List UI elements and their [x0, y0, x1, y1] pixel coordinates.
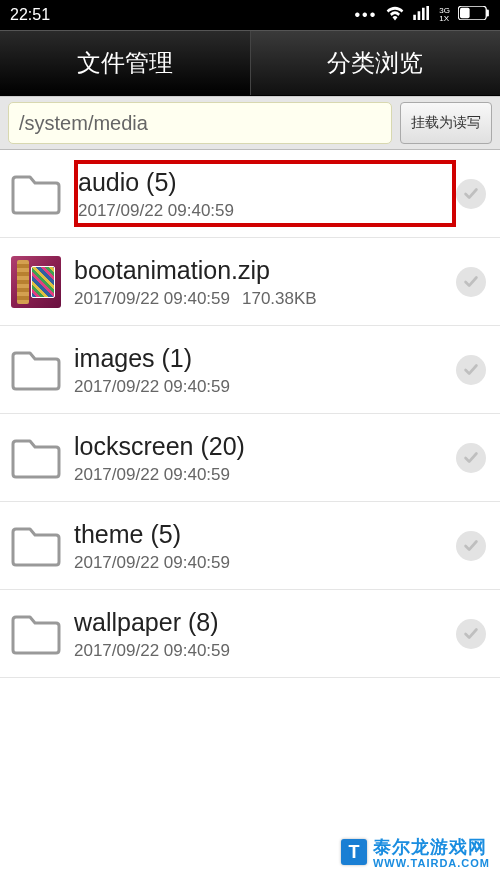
folder-icon — [8, 518, 64, 574]
tab-bar: 文件管理 分类浏览 — [0, 30, 500, 96]
wifi-icon — [385, 5, 405, 25]
file-meta: 2017/09/22 09:40:59170.38KB — [74, 289, 456, 309]
tab-file-manager-label: 文件管理 — [77, 47, 173, 79]
network-label: 3G 1X — [439, 7, 450, 23]
folder-icon — [8, 166, 64, 222]
select-checkbox[interactable] — [456, 179, 486, 209]
file-body: theme (5)2017/09/22 09:40:59 — [74, 516, 456, 575]
file-body: bootanimation.zip2017/09/22 09:40:59170.… — [74, 252, 456, 311]
file-body: wallpaper (8)2017/09/22 09:40:59 — [74, 604, 456, 663]
file-row[interactable]: wallpaper (8)2017/09/22 09:40:59 — [0, 590, 500, 678]
file-name: audio (5) — [78, 166, 452, 199]
file-date: 2017/09/22 09:40:59 — [78, 201, 234, 220]
file-date: 2017/09/22 09:40:59 — [74, 377, 230, 396]
signal-icon — [413, 6, 431, 24]
file-body: images (1)2017/09/22 09:40:59 — [74, 340, 456, 399]
tab-category-browse[interactable]: 分类浏览 — [250, 31, 501, 95]
status-bar: 22:51 ••• 3G 1X — [0, 0, 500, 30]
file-body: audio (5)2017/09/22 09:40:59 — [74, 160, 456, 227]
file-meta: 2017/09/22 09:40:59 — [74, 377, 456, 397]
file-date: 2017/09/22 09:40:59 — [74, 641, 230, 660]
file-row[interactable]: lockscreen (20)2017/09/22 09:40:59 — [0, 414, 500, 502]
file-date: 2017/09/22 09:40:59 — [74, 465, 230, 484]
file-name: images (1) — [74, 342, 456, 375]
file-row[interactable]: bootanimation.zip2017/09/22 09:40:59170.… — [0, 238, 500, 326]
file-body: lockscreen (20)2017/09/22 09:40:59 — [74, 428, 456, 487]
path-input[interactable] — [8, 102, 392, 144]
select-checkbox[interactable] — [456, 531, 486, 561]
battery-icon — [458, 6, 490, 24]
svg-rect-1 — [486, 10, 489, 17]
status-icons: ••• 3G 1X — [355, 5, 490, 25]
file-meta: 2017/09/22 09:40:59 — [74, 553, 456, 573]
file-meta: 2017/09/22 09:40:59 — [74, 641, 456, 661]
file-date: 2017/09/22 09:40:59 — [74, 553, 230, 572]
tab-file-manager[interactable]: 文件管理 — [0, 31, 250, 95]
file-name: lockscreen (20) — [74, 430, 456, 463]
file-row[interactable]: images (1)2017/09/22 09:40:59 — [0, 326, 500, 414]
file-name: bootanimation.zip — [74, 254, 456, 287]
file-row[interactable]: theme (5)2017/09/22 09:40:59 — [0, 502, 500, 590]
folder-icon — [8, 342, 64, 398]
file-list[interactable]: audio (5)2017/09/22 09:40:59bootanimatio… — [0, 150, 500, 889]
file-meta: 2017/09/22 09:40:59 — [78, 201, 452, 221]
screen: 22:51 ••• 3G 1X 文件管理 分类浏览 — [0, 0, 500, 889]
select-checkbox[interactable] — [456, 443, 486, 473]
file-row[interactable]: audio (5)2017/09/22 09:40:59 — [0, 150, 500, 238]
file-meta: 2017/09/22 09:40:59 — [74, 465, 456, 485]
file-date: 2017/09/22 09:40:59 — [74, 289, 230, 308]
folder-icon — [8, 606, 64, 662]
status-time: 22:51 — [10, 6, 50, 24]
select-checkbox[interactable] — [456, 267, 486, 297]
file-name: theme (5) — [74, 518, 456, 551]
mount-rw-button[interactable]: 挂载为读写 — [400, 102, 492, 144]
file-size: 170.38KB — [242, 289, 317, 308]
tab-category-label: 分类浏览 — [327, 47, 423, 79]
file-name: wallpaper (8) — [74, 606, 456, 639]
select-checkbox[interactable] — [456, 619, 486, 649]
folder-icon — [8, 430, 64, 486]
select-checkbox[interactable] — [456, 355, 486, 385]
svg-rect-2 — [460, 8, 470, 19]
more-icon: ••• — [355, 6, 378, 24]
archive-icon — [8, 254, 64, 310]
path-bar: 挂载为读写 — [0, 96, 500, 150]
